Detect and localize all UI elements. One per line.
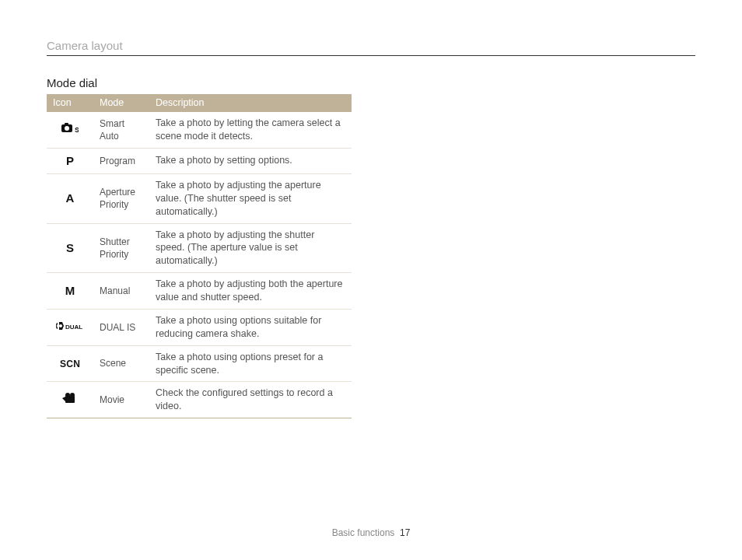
breadcrumb: Camera layout bbox=[47, 39, 695, 56]
mode-description: Take a photo using options suitable for … bbox=[149, 309, 352, 345]
table-row: A Aperture Priority Take a photo by adju… bbox=[47, 173, 352, 223]
mode-description: Take a photo using options preset for a … bbox=[149, 345, 352, 382]
table-row: SCN Scene Take a photo using options pre… bbox=[47, 345, 352, 382]
table-row: Movie Check the configured settings to r… bbox=[47, 382, 352, 418]
page-container: Camera layout Mode dial Icon Mode Descri… bbox=[0, 0, 742, 560]
header-description: Description bbox=[149, 94, 352, 112]
mode-label: Smart Auto bbox=[93, 112, 149, 148]
shutter-priority-icon: S bbox=[66, 241, 74, 254]
table-row: S Smart Auto Take a photo by letting the… bbox=[47, 112, 352, 148]
movie-icon bbox=[62, 393, 78, 408]
header-icon: Icon bbox=[47, 94, 93, 112]
mode-description: Take a photo by adjusting the aperture v… bbox=[149, 173, 352, 223]
svg-text:DUAL: DUAL bbox=[65, 324, 82, 331]
header-mode: Mode bbox=[93, 94, 149, 112]
svg-point-8 bbox=[70, 393, 75, 397]
svg-point-7 bbox=[65, 393, 70, 397]
table-row: S Shutter Priority Take a photo by adjus… bbox=[47, 223, 352, 273]
table-row: DUAL DUAL IS Take a photo using options … bbox=[47, 309, 352, 345]
mode-description: Take a photo by letting the camera selec… bbox=[149, 112, 352, 148]
aperture-priority-icon: A bbox=[66, 191, 75, 205]
mode-label: Shutter Priority bbox=[93, 223, 149, 273]
program-icon: P bbox=[66, 154, 74, 167]
mode-label: Program bbox=[93, 148, 149, 173]
svg-text:S: S bbox=[75, 126, 79, 134]
manual-icon: M bbox=[65, 284, 75, 297]
svg-rect-1 bbox=[65, 123, 68, 125]
table-row: P Program Take a photo by setting option… bbox=[47, 148, 352, 173]
dual-is-icon: DUAL bbox=[54, 320, 86, 335]
section-title: Mode dial bbox=[47, 76, 695, 89]
mode-description: Take a photo by adjusting the shutter sp… bbox=[149, 223, 352, 273]
smart-auto-icon: S bbox=[61, 123, 79, 138]
mode-description: Take a photo by setting options. bbox=[149, 148, 352, 173]
mode-label: Movie bbox=[93, 382, 149, 418]
page-number: 17 bbox=[400, 527, 410, 538]
mode-label: Scene bbox=[93, 345, 149, 382]
svg-point-4 bbox=[59, 324, 62, 327]
svg-point-2 bbox=[65, 126, 69, 131]
mode-description: Check the configured settings to record … bbox=[149, 382, 352, 418]
scene-icon: SCN bbox=[60, 359, 80, 369]
mode-description: Take a photo by adjusting both the apert… bbox=[149, 273, 352, 310]
table-row: M Manual Take a photo by adjusting both … bbox=[47, 273, 352, 310]
mode-label: Manual bbox=[93, 273, 149, 310]
mode-label: DUAL IS bbox=[93, 309, 149, 345]
mode-dial-table: Icon Mode Description S Sm bbox=[47, 94, 352, 418]
mode-label: Aperture Priority bbox=[93, 173, 149, 223]
footer-section: Basic functions bbox=[332, 527, 395, 538]
page-footer: Basic functions 17 bbox=[0, 527, 742, 538]
